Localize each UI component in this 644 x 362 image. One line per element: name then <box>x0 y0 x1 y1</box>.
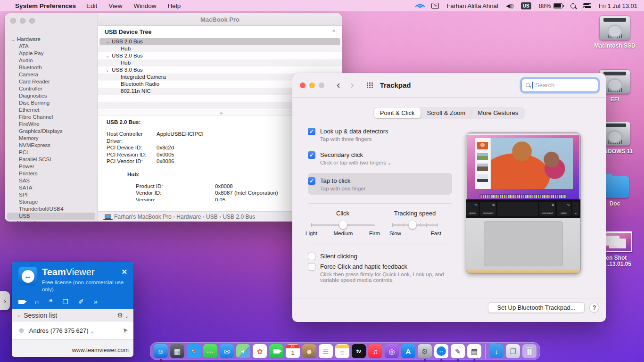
slider-knob[interactable] <box>339 221 347 229</box>
session-row[interactable]: ☻ Andres (776 375 627) ⌄ ➤ <box>12 321 133 339</box>
activity-monitor-icon[interactable]: ∿ <box>431 3 439 9</box>
video-call-icon[interactable] <box>18 298 25 305</box>
copy-icon[interactable]: ❐ <box>63 298 69 305</box>
show-all-icon[interactable] <box>366 82 373 88</box>
spotlight-icon[interactable] <box>570 3 576 8</box>
dock-icon-notes[interactable]: ☰ <box>335 344 349 358</box>
collapse-icon[interactable]: ^ <box>332 28 335 35</box>
dock-icon-finder[interactable]: ☺ <box>154 344 168 358</box>
tree-row-usb-2-0-bus[interactable]: ⌄USB 2.0 Bus <box>98 52 342 59</box>
checkbox-look-up-data-detectors[interactable]: ✓Look up & data detectorsTap with three … <box>308 127 452 142</box>
sidebar-item-sata[interactable]: SATA <box>5 184 98 191</box>
tab-point-click[interactable]: Point & Click <box>374 107 421 118</box>
sidebar-item-nvmexpress[interactable]: NVMExpress <box>5 142 98 149</box>
dock-icon-calendar[interactable]: JUL1 <box>286 344 300 358</box>
sidebar-item-usb[interactable]: USB <box>7 213 95 220</box>
dock-icon-mail[interactable]: ✉ <box>220 344 234 358</box>
menu-item-edit[interactable]: Edit <box>86 2 97 9</box>
headset-icon[interactable]: ∩ <box>34 298 39 305</box>
sidebar-item-graphics-displays[interactable]: Graphics/Displays <box>5 128 98 135</box>
sidebar-item-camera[interactable]: Camera <box>5 71 98 78</box>
sidebar-item-ethernet[interactable]: Ethernet <box>5 107 98 114</box>
dock-icon-music[interactable]: ♫ <box>368 344 382 358</box>
tree-row-hub[interactable]: Hub <box>98 59 342 66</box>
sidebar-item-spi[interactable]: SPI <box>5 191 98 198</box>
wifi-icon[interactable] <box>416 3 424 9</box>
gear-icon[interactable]: ⚙ ⌄ <box>117 312 129 319</box>
menu-item-help[interactable]: Help <box>167 2 181 9</box>
dock-icon-teamviewer[interactable]: ↔ <box>434 344 448 358</box>
menu-item-window[interactable]: Window <box>133 2 156 9</box>
sidebar-item-thunderbolt-usb4[interactable]: Thunderbolt/USB4 <box>5 206 98 213</box>
sidebar-item-storage[interactable]: Storage <box>5 198 98 206</box>
help-button[interactable]: ? <box>589 303 599 313</box>
sidebar-item-printers[interactable]: Printers <box>5 170 98 177</box>
more-icon[interactable]: » <box>94 298 98 305</box>
close-button[interactable] <box>300 82 305 88</box>
window-controls[interactable] <box>10 18 35 24</box>
dock-icon-contacts[interactable]: ☻ <box>302 344 316 358</box>
dock-icon-tv[interactable]: tv <box>352 344 366 358</box>
forward-button[interactable]: › <box>350 80 354 90</box>
setup-bluetooth-trackpad-button[interactable]: Set Up Bluetooth Trackpad... <box>488 302 585 313</box>
checkbox-icon[interactable]: ✓ <box>308 177 315 185</box>
menu-clock[interactable]: Fri 1 Jul 13.01 <box>599 2 637 9</box>
input-source-badge[interactable]: US <box>521 2 531 9</box>
dock-icon-preview[interactable]: ✎ <box>451 344 465 358</box>
sidebar-item-hardware[interactable]: ⌄Hardware <box>5 36 98 43</box>
tree-row-usb-2-0-bus[interactable]: ⌄USB 2.0 Bus <box>99 38 340 45</box>
back-button[interactable]: ‹ <box>337 80 340 90</box>
checkbox-force-click-and-haptic-feedback[interactable]: Force Click and haptic feedbackClick the… <box>308 263 452 283</box>
menu-item-view[interactable]: View <box>108 2 122 9</box>
usb-device-tree-header[interactable]: USB Device Tree ^ <box>98 26 342 38</box>
dock-icon-photos[interactable]: ✿ <box>253 344 267 358</box>
checkbox-icon[interactable]: ✓ <box>308 151 315 159</box>
tracking-speed-slider[interactable] <box>392 221 438 229</box>
teamviewer-side-tab[interactable]: › <box>0 291 10 310</box>
dock-icon-maps[interactable]: ➤ <box>236 344 250 358</box>
brush-icon[interactable]: ✐ <box>78 298 84 305</box>
volume-icon[interactable]: ◀))) <box>506 3 513 9</box>
sidebar-item-ata[interactable]: ATA <box>5 43 98 50</box>
option-sublabel[interactable]: Click or tap with two fingers ⌄ <box>320 160 391 165</box>
dock-icon-messages[interactable]: ... <box>203 344 217 358</box>
zoom-button[interactable] <box>29 18 35 24</box>
minimize-button[interactable] <box>309 82 315 88</box>
sidebar-item-network[interactable]: ⌄Network <box>5 220 98 222</box>
checkbox-icon[interactable] <box>308 263 315 271</box>
sidebar-item-memory[interactable]: Memory <box>5 135 98 142</box>
zoom-button[interactable] <box>319 82 324 88</box>
battery-indicator[interactable]: 88% <box>539 2 563 9</box>
sidebar-item-apple-pay[interactable]: Apple Pay <box>5 50 98 57</box>
sidebar-item-disc-burning[interactable]: Disc Burning <box>5 99 98 107</box>
dock-icon-screenshot-window[interactable]: ❐ <box>506 344 520 358</box>
checkbox-silent-clicking[interactable]: Silent clicking <box>308 252 452 260</box>
dock-icon-system-preferences[interactable]: ⚙ <box>418 344 432 358</box>
tab-scroll-zoom[interactable]: Scroll & Zoom <box>421 107 472 118</box>
click-slider[interactable] <box>311 221 375 229</box>
sidebar-item-pci[interactable]: PCI <box>5 149 98 156</box>
sidebar-item-sas[interactable]: SAS <box>5 177 98 184</box>
close-button[interactable] <box>10 18 16 24</box>
checkbox-icon[interactable] <box>308 253 315 260</box>
slider-knob[interactable] <box>409 221 417 229</box>
sidebar-item-audio[interactable]: Audio <box>5 57 98 64</box>
menu-username[interactable]: Farhan Alifta Ahnaf <box>446 2 498 9</box>
checkbox-icon[interactable]: ✓ <box>308 128 315 135</box>
dock-icon-reminders[interactable]: ☰ <box>319 344 333 358</box>
control-center-icon[interactable] <box>583 3 591 8</box>
session-list-bar[interactable]: ⌄ Session list ⚙ ⌄ <box>12 309 133 321</box>
dock-icon-trash[interactable] <box>522 344 537 358</box>
search-input[interactable]: Search <box>521 79 598 92</box>
desktop-icon-macintosh-ssd[interactable]: Macintosh SSD <box>590 16 639 49</box>
sidebar-item-card-reader[interactable]: Card Reader <box>5 78 98 85</box>
sidebar-item-fibre-channel[interactable]: Fibre Channel <box>5 114 98 121</box>
dock-icon-downloads[interactable]: ↓ <box>489 344 504 358</box>
app-menu-title[interactable]: System Preferences <box>15 2 76 9</box>
close-icon[interactable]: ✕ <box>121 268 127 276</box>
dock-icon-appstore[interactable]: A <box>401 344 415 358</box>
sidebar-item-parallel-scsi[interactable]: Parallel SCSI <box>5 156 98 163</box>
sidebar-item-power[interactable]: Power <box>5 163 98 170</box>
chat-icon[interactable]: ❝ <box>49 298 53 305</box>
window-controls[interactable] <box>300 82 324 88</box>
